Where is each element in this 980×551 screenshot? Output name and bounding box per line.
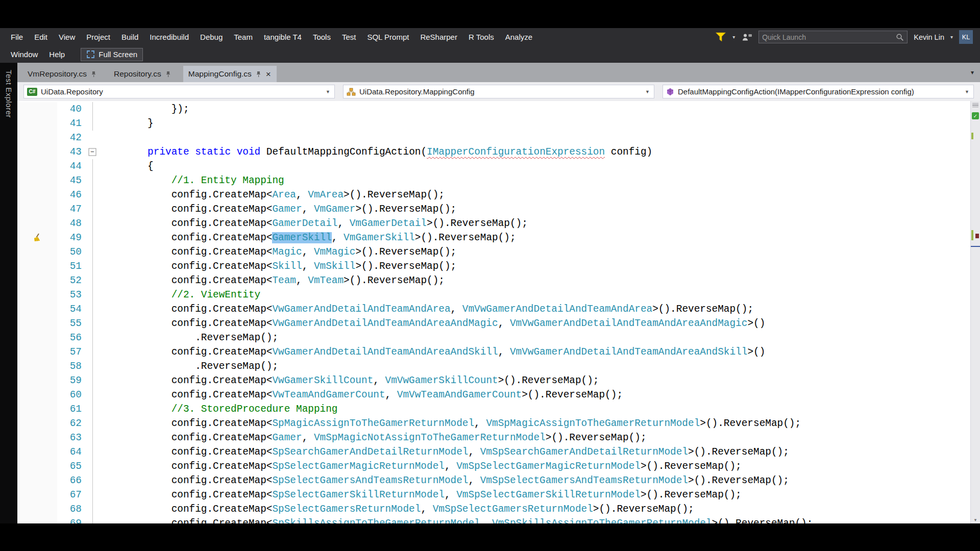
code-text[interactable]: config.CreateMap<SpSelectGamerSkillRetur… [100, 488, 742, 502]
pin-icon[interactable] [165, 71, 171, 78]
quick-launch-input[interactable] [762, 33, 896, 41]
glyph-margin[interactable] [17, 402, 57, 416]
glyph-margin[interactable] [17, 131, 57, 145]
code-text[interactable]: .ReverseMap(); [100, 359, 278, 373]
glyph-margin[interactable] [17, 331, 57, 345]
project-dropdown[interactable]: C# UiData.Repository ▼ [23, 85, 335, 98]
glyph-margin[interactable] [17, 431, 57, 445]
scroll-down-icon[interactable]: ▾ [971, 517, 980, 522]
tab-mappingconfig-cs[interactable]: MappingConfig.cs× [183, 66, 277, 82]
glyph-margin[interactable] [17, 473, 57, 488]
quick-launch-box[interactable] [758, 31, 908, 43]
code-text[interactable]: config.CreateMap<SpSelectGamerMagicRetur… [100, 459, 742, 473]
glyph-margin[interactable] [17, 302, 57, 316]
menu-build[interactable]: Build [116, 29, 144, 45]
glyph-margin[interactable] [17, 416, 57, 431]
menu-window[interactable]: Window [5, 46, 43, 63]
glyph-margin[interactable] [17, 388, 57, 402]
collapse-minus-icon[interactable]: − [89, 148, 96, 156]
tab-vmrepository-cs[interactable]: VmRepository.cs [22, 66, 102, 82]
outline-collapse-button[interactable]: − [85, 145, 100, 159]
code-text[interactable]: config.CreateMap<SpSkillsAssignToTheGame… [100, 516, 813, 523]
analysis-status-icon[interactable]: ✓ [972, 112, 979, 119]
tab-list-dropdown-icon[interactable]: ▾ [971, 69, 974, 76]
close-icon[interactable]: × [265, 70, 272, 79]
glyph-margin[interactable] [17, 445, 57, 459]
code-text[interactable]: config.CreateMap<Area, VmArea>().Reverse… [100, 188, 445, 202]
splitter-grip-icon[interactable] [972, 103, 978, 107]
menu-incredibuild[interactable]: Incredibuild [144, 29, 194, 45]
filter-funnel-icon[interactable] [715, 32, 726, 42]
menu-tangible-t4[interactable]: tangible T4 [258, 29, 307, 45]
glyph-margin[interactable] [17, 202, 57, 216]
code-text[interactable]: //1. Entity Mapping [100, 173, 284, 188]
search-icon[interactable] [896, 33, 904, 41]
glyph-margin[interactable] [17, 216, 57, 231]
code-text[interactable]: config.CreateMap<Gamer, VmSpMagicNotAssi… [100, 431, 647, 445]
menu-edit[interactable]: Edit [29, 29, 53, 45]
code-text[interactable]: config.CreateMap<VwGamerAndDetailAndTeam… [100, 345, 765, 359]
chevron-down-icon[interactable]: ▼ [324, 89, 332, 94]
glyph-margin[interactable] [17, 173, 57, 188]
code-text[interactable]: config.CreateMap<Skill, VmSkill>().Rever… [100, 259, 456, 273]
menu-view[interactable]: View [53, 29, 81, 45]
test-explorer-tab[interactable]: Test Explorer [5, 65, 13, 123]
code-text[interactable]: config.CreateMap<SpSearchGamerAndDetailR… [100, 445, 789, 459]
pin-icon[interactable] [91, 71, 96, 78]
pin-icon[interactable] [256, 71, 261, 78]
chevron-down-icon[interactable]: ▼ [643, 89, 652, 94]
member-dropdown[interactable]: DefaultMappingConfigAction(IMapperConfig… [663, 85, 974, 98]
full-screen-button[interactable]: Full Screen [81, 48, 143, 61]
code-text[interactable]: //3. StoredProcedure Mapping [100, 402, 337, 416]
glyph-margin[interactable] [17, 273, 57, 288]
code-text[interactable]: config.CreateMap<GamerSkill, VmGamerSkil… [100, 231, 516, 245]
menu-team[interactable]: Team [228, 29, 258, 45]
menu-resharper[interactable]: ReSharper [414, 29, 463, 45]
code-text[interactable]: { [100, 159, 154, 173]
code-text[interactable]: config.CreateMap<Magic, VmMagic>().Rever… [100, 245, 456, 259]
glyph-margin[interactable] [17, 502, 57, 516]
code-text[interactable]: config.CreateMap<SpSelectGamersReturnMod… [100, 502, 694, 516]
code-area[interactable]: 40 });41 }4243− private static void Defa… [17, 102, 970, 523]
glyph-margin[interactable] [17, 259, 57, 273]
filter-dropdown-icon[interactable]: ▾ [732, 34, 735, 40]
chevron-down-icon[interactable]: ▼ [963, 89, 971, 94]
code-text[interactable]: //2. ViewEntity [100, 288, 260, 302]
menu-tools[interactable]: Tools [307, 29, 336, 45]
code-text[interactable]: config.CreateMap<SpMagicAssignToTheGamer… [100, 416, 801, 431]
vertical-scrollbar[interactable]: ✓ ▾ [970, 101, 980, 523]
menu-analyze[interactable]: Analyze [500, 29, 538, 45]
code-text[interactable]: config.CreateMap<Gamer, VmGamer>().Rever… [100, 202, 456, 216]
code-text[interactable]: } [100, 116, 154, 131]
tab-repository-cs[interactable]: Repository.cs [109, 66, 176, 82]
code-text[interactable]: }); [100, 102, 189, 116]
glyph-margin[interactable] [17, 159, 57, 173]
code-text[interactable]: config.CreateMap<VwGamerAndDetailAndTeam… [100, 316, 765, 331]
user-dropdown-icon[interactable]: ▾ [950, 34, 953, 40]
menu-project[interactable]: Project [81, 29, 116, 45]
glyph-margin[interactable] [17, 359, 57, 373]
menu-file[interactable]: File [5, 29, 29, 45]
glyph-margin[interactable] [17, 145, 57, 159]
feedback-person-icon[interactable] [741, 33, 752, 42]
glyph-margin[interactable] [17, 288, 57, 302]
code-text[interactable]: config.CreateMap<Team, VmTeam>().Reverse… [100, 273, 445, 288]
menu-sql-prompt[interactable]: SQL Prompt [361, 29, 414, 45]
glyph-margin[interactable] [17, 245, 57, 259]
code-text[interactable]: config.CreateMap<VwGamerAndDetailAndTeam… [100, 302, 753, 316]
code-text[interactable]: config.CreateMap<SpSelectGamersAndTeamsR… [100, 473, 789, 488]
glyph-margin[interactable] [17, 102, 57, 116]
avatar[interactable]: KL [959, 30, 973, 44]
glyph-margin[interactable] [17, 459, 57, 473]
glyph-margin[interactable] [17, 488, 57, 502]
glyph-margin[interactable] [17, 316, 57, 331]
menu-r-tools[interactable]: R Tools [463, 29, 500, 45]
glyph-margin[interactable] [17, 516, 57, 523]
user-name[interactable]: Kevin Lin [914, 33, 944, 41]
menu-debug[interactable]: Debug [194, 29, 228, 45]
code-text[interactable]: config.CreateMap<VwGamerSkillCount, VmVw… [100, 373, 599, 388]
glyph-margin[interactable] [17, 116, 57, 131]
code-cleanup-glyph-icon[interactable] [17, 231, 57, 245]
type-dropdown[interactable]: UiData.Repository.MappingConfig ▼ [343, 85, 654, 98]
code-text[interactable]: config.CreateMap<VwTeamAndGamerCount, Vm… [100, 388, 623, 402]
